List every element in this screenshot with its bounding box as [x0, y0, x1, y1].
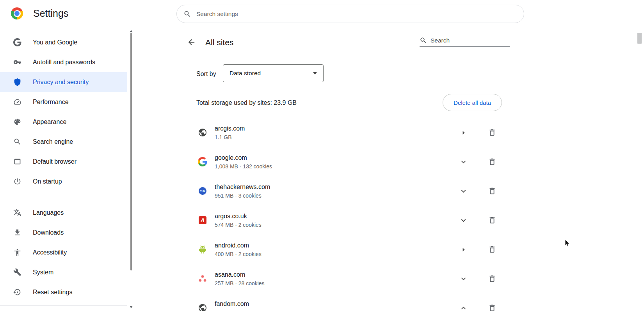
settings-search-input[interactable]	[196, 11, 517, 18]
sidebar-scrollbar-thumb[interactable]	[130, 33, 132, 270]
trash-icon	[488, 187, 496, 195]
sidebar-item-label: Default browser	[33, 158, 76, 165]
delete-site-button[interactable]	[484, 242, 500, 257]
sidebar-item-default-browser[interactable]: Default browser	[0, 152, 127, 171]
asana-dots-icon	[198, 274, 207, 283]
argos-badge-text: A	[200, 217, 205, 223]
accessibility-icon	[13, 248, 21, 256]
site-row: android.com 400 MB · 2 cookies	[176, 235, 520, 264]
delete-site-button[interactable]	[484, 212, 500, 228]
sidebar-item-accessibility[interactable]: Accessibility	[0, 242, 127, 262]
sidebar-item-label: You and Google	[33, 39, 77, 46]
android-robot-icon	[198, 245, 207, 254]
sidebar-item-performance[interactable]: Performance	[0, 92, 127, 112]
sidebar-item-downloads[interactable]: Downloads	[0, 223, 127, 242]
chevron-up-icon	[459, 304, 468, 311]
sidebar-item-label: Appearance	[33, 118, 66, 125]
trash-icon	[488, 245, 496, 254]
search-icon	[183, 10, 191, 18]
key-icon	[13, 58, 21, 66]
sidebar-item-reset-settings[interactable]: Reset settings	[0, 282, 127, 302]
download-icon	[13, 228, 21, 237]
scroll-up-arrow-icon[interactable]	[130, 30, 133, 32]
site-text: android.com 400 MB · 2 cookies	[215, 235, 262, 264]
google-g-icon	[198, 157, 207, 166]
site-domain: google.com	[215, 154, 272, 161]
trash-icon	[488, 157, 496, 166]
site-text: thehackernews.com 951 MB · 3 cookies	[215, 177, 270, 206]
site-text: google.com 1,008 MB · 132 cookies	[215, 147, 272, 177]
site-text: arcgis.com 1.1 GB	[215, 118, 245, 147]
expand-site-button[interactable]	[455, 242, 471, 257]
back-button[interactable]	[183, 34, 199, 50]
sort-dropdown-value: Data stored	[229, 70, 261, 77]
site-domain: arcgis.com	[215, 125, 245, 132]
site-row: fandom.com	[176, 293, 520, 311]
sidebar-item-autofill[interactable]: Autofill and passwords	[0, 52, 127, 72]
delete-site-button[interactable]	[484, 125, 500, 140]
sidebar-item-label: On startup	[33, 178, 62, 185]
site-domain: argos.co.uk	[215, 213, 262, 220]
sidebar-item-on-startup[interactable]: On startup	[0, 171, 127, 191]
site-detail: 257 MB · 28 cookies	[215, 280, 265, 286]
settings-search-bar[interactable]	[176, 5, 524, 23]
site-search-input[interactable]	[431, 37, 510, 44]
site-detail: 400 MB · 2 cookies	[215, 251, 262, 257]
site-list: arcgis.com 1.1 GB google.com 1,008 MB · …	[176, 118, 520, 311]
mouse-cursor	[565, 239, 571, 248]
expand-site-button[interactable]	[455, 271, 471, 286]
chrome-settings-page: { "header": { "app_title": "Settings", "…	[0, 0, 644, 311]
site-detail: 574 MB · 2 cookies	[215, 222, 262, 228]
site-detail	[215, 309, 249, 311]
expand-site-button[interactable]	[455, 154, 471, 170]
sidebar-item-you-and-google[interactable]: You and Google	[0, 32, 127, 52]
site-detail: 951 MB · 3 cookies	[215, 193, 270, 199]
sidebar-item-system[interactable]: System	[0, 262, 127, 282]
sidebar-item-label: Downloads	[33, 229, 64, 236]
sidebar-item-label: Accessibility	[33, 249, 67, 256]
site-detail: 1.1 GB	[215, 134, 245, 140]
magnifier-icon	[13, 138, 21, 146]
page-scrollbar-thumb[interactable]	[637, 33, 642, 44]
sidebar: You and Google Autofill and passwords Pr…	[0, 27, 127, 311]
sidebar-item-label: Search engine	[33, 138, 73, 145]
arrow-right-icon	[459, 128, 468, 137]
globe-icon	[198, 303, 207, 311]
sidebar-item-appearance[interactable]: Appearance	[0, 112, 127, 132]
delete-site-button[interactable]	[484, 271, 500, 286]
delete-site-button[interactable]	[484, 183, 500, 199]
main-content: All sites Sort by Data stored Total stor…	[176, 27, 520, 311]
sidebar-item-languages[interactable]: Languages	[0, 203, 127, 223]
page-title: All sites	[205, 38, 233, 47]
sidebar-item-privacy-security[interactable]: Privacy and security	[0, 72, 127, 92]
back-arrow-icon	[187, 38, 196, 47]
app-title: Settings	[33, 8, 68, 19]
header: Settings	[0, 0, 644, 27]
collapse-site-button[interactable]	[455, 300, 471, 311]
argos-badge-icon: A	[198, 216, 207, 225]
expand-site-button[interactable]	[455, 212, 471, 228]
delete-site-button[interactable]	[484, 154, 500, 170]
site-text: asana.com 257 MB · 28 cookies	[215, 264, 265, 293]
delete-all-data-button[interactable]: Delete all data	[443, 94, 502, 111]
wrench-icon	[13, 268, 21, 276]
speedometer-icon	[13, 98, 21, 106]
sidebar-item-label: System	[33, 269, 53, 276]
browser-window-icon	[13, 157, 21, 166]
chevron-down-icon	[459, 216, 468, 225]
site-row: A argos.co.uk 574 MB · 2 cookies	[176, 206, 520, 235]
sort-by-label: Sort by	[196, 70, 216, 78]
google-g-icon	[13, 38, 21, 46]
sort-dropdown[interactable]: Data stored	[223, 64, 324, 82]
sidebar-divider	[0, 305, 127, 306]
scroll-down-arrow-icon[interactable]	[130, 306, 133, 308]
chevron-down-icon	[459, 157, 468, 166]
search-icon	[420, 37, 427, 44]
expand-site-button[interactable]	[455, 183, 471, 199]
delete-site-button[interactable]	[484, 300, 500, 311]
sidebar-item-search-engine[interactable]: Search engine	[0, 132, 127, 152]
site-search-field[interactable]	[420, 35, 510, 47]
sidebar-scrollbar[interactable]	[129, 27, 134, 311]
site-row: asana.com 257 MB · 28 cookies	[176, 264, 520, 293]
expand-site-button[interactable]	[455, 125, 471, 140]
